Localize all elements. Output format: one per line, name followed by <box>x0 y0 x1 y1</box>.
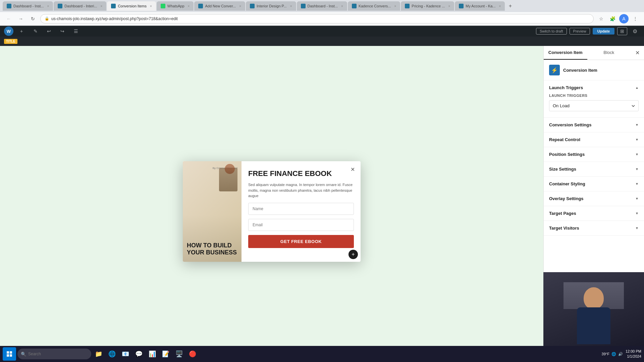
tab-close-4[interactable]: × <box>188 4 190 8</box>
taskbar-time: 12:00 PM 1/1/2024 <box>626 349 641 359</box>
size-settings-section[interactable]: Size Settings ▼ <box>544 162 644 177</box>
browser-tab-4[interactable]: WhatsApp × <box>157 1 194 11</box>
taskbar-temp: 39°F <box>602 352 609 356</box>
browser-tab-1[interactable]: Dashboard - Inst... × <box>3 1 53 11</box>
tab-close-8[interactable]: × <box>394 4 396 8</box>
tab-label-7: Dashboard - Inst... <box>308 4 338 8</box>
tab-close-10[interactable]: × <box>499 4 501 8</box>
popup-heading: FREE FINANCE EBOOK <box>248 169 354 178</box>
tab-close-6[interactable]: × <box>290 4 292 8</box>
taskbar-icon-excel[interactable]: 📊 <box>146 348 158 360</box>
address-bar[interactable]: 🔒 us-chamois-jolo.instawp.xyz/wp-admin/p… <box>40 14 594 23</box>
browser-tab-3[interactable]: Conversion Items × <box>107 1 156 11</box>
taskbar-search-input[interactable] <box>17 349 91 359</box>
tab-close-1[interactable]: × <box>47 4 49 8</box>
svg-rect-3 <box>10 354 12 357</box>
taskbar-network-icon: 🌐 <box>611 352 616 356</box>
repeat-control-section[interactable]: Repeat Control ▼ <box>544 132 644 147</box>
container-styling-section[interactable]: Container Styling ▼ <box>544 177 644 191</box>
tab-label-10: My Account - Ka... <box>466 4 495 8</box>
new-tab-button[interactable]: + <box>505 1 515 11</box>
name-input[interactable] <box>248 203 354 215</box>
taskbar-volume-icon: 🔊 <box>618 352 623 356</box>
settings-toggle-button[interactable]: ⚙ <box>630 27 640 36</box>
person-head <box>584 287 604 309</box>
taskbar-icon-chat[interactable]: 💬 <box>133 348 145 360</box>
view-toggle-button[interactable]: ⊞ <box>617 27 627 35</box>
svg-rect-2 <box>7 354 9 357</box>
launch-trigger-select[interactable]: On Load On Click On Exit Intent On Scrol… <box>549 100 639 111</box>
tab-block-label: Block <box>603 50 614 55</box>
panel-close-button[interactable]: ✕ <box>631 46 644 60</box>
position-settings-section[interactable]: Position Settings ▼ <box>544 147 644 162</box>
cup-decoration <box>225 164 235 174</box>
submit-button[interactable]: GET FREE EBOOK <box>248 235 354 248</box>
redo-button[interactable]: ↪ <box>58 27 67 35</box>
browser-tab-6[interactable]: Interior Design P... × <box>246 1 296 11</box>
browser-tab-10[interactable]: My Account - Ka... × <box>455 1 505 11</box>
editor-canvas: Posts Popup ⤢ ⋮ ✕ By Crisma Fitzgeral <box>0 46 543 362</box>
overlay-settings-section[interactable]: Overlay Settings ▼ <box>544 191 644 206</box>
launch-triggers-title: Launch Triggers <box>549 85 583 90</box>
wp-logo-button[interactable]: W <box>4 26 13 36</box>
back-button[interactable]: ← <box>4 14 13 23</box>
browser-tab-8[interactable]: Kadence Convers... × <box>348 1 400 11</box>
tab-close-3[interactable]: × <box>150 4 152 8</box>
start-button[interactable] <box>3 347 16 361</box>
repeat-control-title: Repeat Control <box>549 137 580 142</box>
size-settings-title: Size Settings <box>549 167 576 172</box>
taskbar-icon-word[interactable]: 📝 <box>160 348 172 360</box>
panel-tabs: Conversion Item Block ✕ <box>544 46 644 60</box>
tab-favicon-6 <box>250 4 255 8</box>
tab-close-7[interactable]: × <box>341 4 343 8</box>
tab-close-5[interactable]: × <box>239 4 241 8</box>
submit-label: GET FREE EBOOK <box>280 239 322 244</box>
tab-close-2[interactable]: × <box>101 4 103 8</box>
overlay-settings-title: Overlay Settings <box>549 196 584 201</box>
profile-icon[interactable]: A <box>619 14 629 23</box>
video-overlay <box>543 272 644 346</box>
tab-favicon-2 <box>58 4 62 8</box>
reload-button[interactable]: ↻ <box>28 14 38 23</box>
taskbar-icon-app1[interactable]: 🖥️ <box>173 348 185 360</box>
edit-button[interactable]: ✎ <box>31 27 40 35</box>
preview-button[interactable]: Preview <box>570 28 590 35</box>
taskbar-icon-browser[interactable]: 🌐 <box>106 348 118 360</box>
add-new-button[interactable]: + <box>17 27 27 35</box>
update-label: Update <box>597 29 610 33</box>
url-text: us-chamois-jolo.instawp.xyz/wp-admin/pos… <box>51 16 178 21</box>
tab-label-3: Conversion Items <box>118 4 147 8</box>
switch-to-draft-button[interactable]: Switch to draft <box>536 28 567 35</box>
conversion-settings-section[interactable]: Conversion Settings ▼ <box>544 118 644 132</box>
bookmark-icon[interactable]: ☆ <box>596 14 606 23</box>
tab-conversion-item[interactable]: Conversion Item <box>544 46 587 60</box>
popup-close-button[interactable]: ✕ <box>348 165 357 174</box>
tab-favicon-1 <box>7 4 11 8</box>
target-visitors-section[interactable]: Target Visitors ▼ <box>544 221 644 236</box>
taskbar-icon-folder[interactable]: 📁 <box>93 348 105 360</box>
tab-block[interactable]: Block <box>587 46 631 60</box>
launch-triggers-field-label: LAUNCH TRIGGERS <box>544 94 644 100</box>
email-input[interactable] <box>248 219 354 231</box>
taskbar-icon-email[interactable]: 📧 <box>119 348 131 360</box>
undo-button[interactable]: ↩ <box>44 27 54 35</box>
browser-tab-7[interactable]: Dashboard - Inst... × <box>297 1 347 11</box>
update-button[interactable]: Update <box>593 28 614 35</box>
taskbar-clock: 12:00 PM <box>626 349 641 354</box>
ebook-main-title: HOW TO BUILD YOUR BUSINESS <box>187 242 237 256</box>
browser-tab-2[interactable]: Dashboard - Interi... × <box>54 1 106 11</box>
add-block-button[interactable]: + <box>348 250 358 259</box>
browser-tab-5[interactable]: Add New Conver... × <box>194 1 245 11</box>
tab-label-4: WhatsApp <box>167 4 184 8</box>
browser-tab-9[interactable]: Pricing - Kadence ... × <box>401 1 454 11</box>
list-view-button[interactable]: ☰ <box>71 27 81 35</box>
target-visitors-chevron: ▼ <box>635 226 639 230</box>
person-figure <box>564 282 624 346</box>
conversion-item-header: ⚡ Conversion Item <box>544 60 644 80</box>
forward-button[interactable]: → <box>16 14 25 23</box>
tab-close-9[interactable]: × <box>448 4 450 8</box>
extensions-icon[interactable]: 🧩 <box>608 14 617 23</box>
menu-icon[interactable]: ⋮ <box>631 14 640 23</box>
target-pages-section[interactable]: Target Pages ▼ <box>544 206 644 221</box>
taskbar-icon-app2[interactable]: 🔴 <box>186 348 199 360</box>
